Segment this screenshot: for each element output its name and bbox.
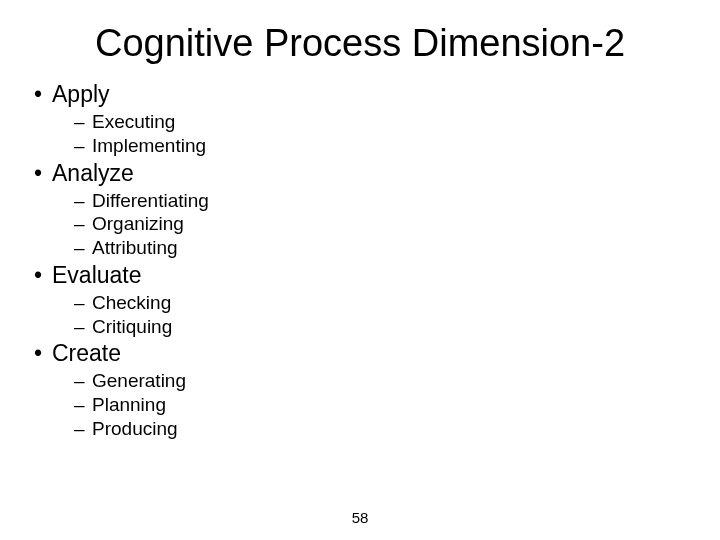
slide-content: • Apply – Executing – Implementing • Ana… [0, 75, 720, 441]
sublist-item-label: Organizing [92, 213, 184, 234]
sublist-item-label: Executing [92, 111, 175, 132]
sublist-item: – Differentiating [34, 189, 720, 213]
sublist-item-label: Differentiating [92, 190, 209, 211]
list-item-label: Apply [52, 81, 110, 107]
dash-icon: – [74, 291, 85, 315]
sublist-item: – Implementing [34, 134, 720, 158]
bullet-icon: • [34, 338, 42, 369]
sublist-item-label: Implementing [92, 135, 206, 156]
dash-icon: – [74, 236, 85, 260]
sublist-item: – Executing [34, 110, 720, 134]
sublist-item: – Producing [34, 417, 720, 441]
sublist-item: – Attributing [34, 236, 720, 260]
dash-icon: – [74, 110, 85, 134]
sublist-item: – Organizing [34, 212, 720, 236]
dash-icon: – [74, 134, 85, 158]
dash-icon: – [74, 369, 85, 393]
sublist-item: – Generating [34, 369, 720, 393]
list-item-label: Analyze [52, 160, 134, 186]
sublist-item: – Critiquing [34, 315, 720, 339]
slide-title: Cognitive Process Dimension-2 [0, 0, 720, 75]
page-number: 58 [0, 509, 720, 526]
bullet-icon: • [34, 260, 42, 291]
list-item: • Evaluate [34, 260, 720, 291]
dash-icon: – [74, 393, 85, 417]
bullet-icon: • [34, 79, 42, 110]
list-item-label: Create [52, 340, 121, 366]
sublist-item-label: Attributing [92, 237, 178, 258]
sublist-item-label: Planning [92, 394, 166, 415]
sublist-item-label: Checking [92, 292, 171, 313]
dash-icon: – [74, 212, 85, 236]
list-item: • Apply [34, 79, 720, 110]
list-item-label: Evaluate [52, 262, 142, 288]
sublist-item: – Planning [34, 393, 720, 417]
dash-icon: – [74, 189, 85, 213]
dash-icon: – [74, 315, 85, 339]
sublist-item-label: Producing [92, 418, 178, 439]
sublist-item-label: Generating [92, 370, 186, 391]
bullet-icon: • [34, 158, 42, 189]
sublist-item-label: Critiquing [92, 316, 172, 337]
list-item: • Create [34, 338, 720, 369]
slide: Cognitive Process Dimension-2 • Apply – … [0, 0, 720, 540]
dash-icon: – [74, 417, 85, 441]
sublist-item: – Checking [34, 291, 720, 315]
list-item: • Analyze [34, 158, 720, 189]
